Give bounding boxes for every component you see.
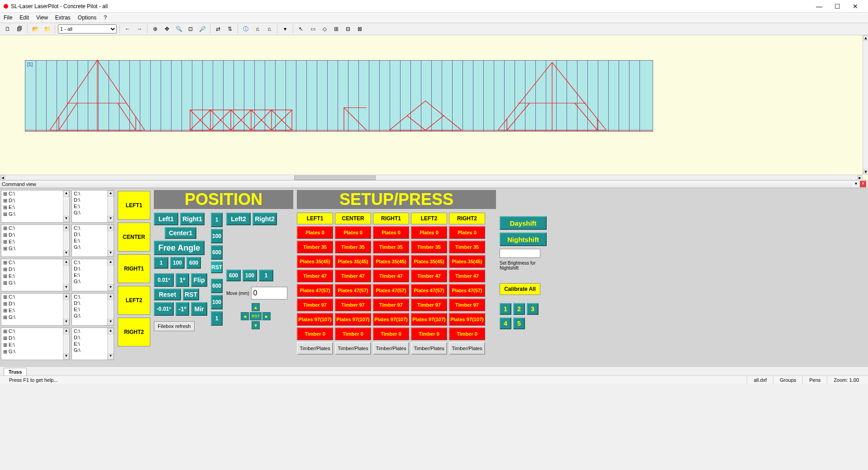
setup-button[interactable]: Plates 35(45): [449, 255, 485, 268]
rst2-button[interactable]: RST: [183, 289, 199, 300]
vflip-icon[interactable]: ⇅: [225, 24, 235, 34]
cursor-icon[interactable]: ↖: [296, 24, 306, 34]
timber-plates-button[interactable]: Timber/Plates: [373, 342, 409, 355]
copy-icon[interactable]: 🗐: [14, 24, 24, 34]
setup-button[interactable]: Plates 47(57): [411, 284, 447, 297]
file-tree-box[interactable]: ⊞ C:\⊞ D:\⊞ E:\⊞ G:\▲▼: [1, 190, 70, 223]
drawing-canvas[interactable]: [1] // vertical grid lines drawn after: [0, 35, 868, 180]
tree-row[interactable]: ⊞ C:\: [1, 225, 69, 232]
file-tree-box[interactable]: ⊞ C:\⊞ D:\⊞ E:\⊞ G:\▲▼: [1, 328, 70, 360]
setup-button[interactable]: Timber 47: [411, 270, 447, 282]
reset-button[interactable]: Reset: [154, 289, 181, 300]
calibrate-all-button[interactable]: Calibrate All: [500, 283, 540, 295]
scroll-down-icon[interactable]: ▼: [863, 169, 868, 175]
open2-icon[interactable]: 📁: [42, 24, 52, 34]
hflip-icon[interactable]: ⇄: [213, 24, 223, 34]
setup-button[interactable]: Plates 97(107): [373, 313, 409, 326]
pos-col-1-button[interactable]: 1: [211, 213, 223, 227]
select-poly-icon[interactable]: ◇: [320, 24, 329, 34]
scroll-up-icon[interactable]: ▲: [863, 35, 868, 41]
center1-button[interactable]: Center1: [165, 227, 196, 239]
setup-button[interactable]: Timber 0: [373, 328, 409, 340]
setup-button[interactable]: Timber 35: [373, 241, 409, 253]
setup-button[interactable]: Timber 0: [449, 328, 485, 340]
brightness-input[interactable]: [500, 249, 540, 258]
cal-2-button[interactable]: 2: [513, 303, 525, 315]
file-tree-box[interactable]: ⊞ C:\⊞ D:\⊞ E:\⊞ G:\▲▼: [1, 224, 70, 257]
left1-button[interactable]: Left1: [154, 213, 178, 225]
move-input[interactable]: [251, 287, 287, 299]
setup-button[interactable]: Plates 47(57): [335, 284, 371, 297]
tree-row[interactable]: ⊞ D:\: [1, 266, 69, 273]
open-icon[interactable]: 📂: [30, 24, 40, 34]
right2-button[interactable]: Right2: [253, 213, 277, 225]
setup-button[interactable]: Plates 97(107): [297, 313, 333, 326]
arrow-left-icon[interactable]: ←: [123, 24, 133, 34]
timber-plates-button[interactable]: Timber/Plates: [449, 342, 485, 355]
setup-button[interactable]: Timber 35: [411, 241, 447, 253]
tree-row[interactable]: ⊞ D:\: [1, 232, 69, 238]
channel-right2-button[interactable]: RIGHT2: [118, 318, 150, 347]
setup-button[interactable]: Plates 47(57): [297, 284, 333, 297]
scroll-left-icon[interactable]: ◄: [0, 175, 5, 180]
setup-button[interactable]: Timber 97: [297, 299, 333, 311]
scroll-right-icon[interactable]: ►: [857, 175, 863, 180]
pos-col2-100-button[interactable]: 100: [211, 295, 223, 309]
setup-button[interactable]: Plates 97(107): [335, 313, 371, 326]
menu-extras[interactable]: Extras: [55, 14, 71, 21]
arrow-right-button[interactable]: ►: [262, 312, 271, 320]
flip-button[interactable]: Flip: [191, 273, 207, 287]
setup-button[interactable]: Plates 97(107): [449, 313, 485, 326]
select-rect-icon[interactable]: ▭: [308, 24, 318, 34]
snap-c-icon[interactable]: ⊠: [355, 24, 365, 34]
setup-button[interactable]: Timber 0: [335, 328, 371, 340]
setup-button[interactable]: Timber 47: [335, 270, 371, 282]
horizontal-scrollbar[interactable]: ◄ ►: [0, 175, 863, 180]
channel-left2-button[interactable]: LEFT2: [118, 286, 150, 315]
pos-col2-1-button[interactable]: 1: [211, 311, 223, 326]
pos-col-100-button[interactable]: 100: [211, 229, 223, 243]
deg-neg-button[interactable]: -1º: [176, 302, 189, 316]
file-tree-box[interactable]: C:\ D:\ E:\ G:\▲▼: [72, 190, 114, 223]
setup-button[interactable]: Plates 0: [411, 226, 447, 239]
setup-button[interactable]: Timber 0: [297, 328, 333, 340]
setup-button[interactable]: Plates 97(107): [411, 313, 447, 326]
arrow-right-icon[interactable]: →: [134, 24, 144, 34]
tool-a-icon[interactable]: ⎌: [253, 24, 262, 34]
arrow-left-button[interactable]: ◄: [241, 312, 249, 320]
tree-row[interactable]: ⊞ D:\: [1, 197, 69, 204]
tab-truss[interactable]: Truss: [4, 368, 27, 375]
setup-button[interactable]: Timber 35: [297, 241, 333, 253]
channel-left1-button[interactable]: LEFT1: [118, 191, 150, 220]
command-pin-icon[interactable]: ▾: [853, 181, 859, 187]
right1-button[interactable]: Right1: [180, 213, 205, 225]
cal-5-button[interactable]: 5: [513, 318, 525, 329]
file-tree-box[interactable]: C:\ D:\ E:\ G:\▲▼: [72, 259, 114, 291]
minimize-button[interactable]: —: [810, 1, 828, 12]
timber-plates-button[interactable]: Timber/Plates: [411, 342, 447, 355]
timber-plates-button[interactable]: Timber/Plates: [335, 342, 371, 355]
menu-options[interactable]: Options: [78, 14, 96, 21]
rst-button[interactable]: RST: [211, 261, 223, 273]
tree-row[interactable]: ⊞ C:\: [1, 259, 69, 266]
setup-button[interactable]: Timber 47: [297, 270, 333, 282]
info-icon[interactable]: ⓘ: [241, 24, 251, 34]
tree-row[interactable]: ⊞ D:\: [1, 300, 69, 307]
tree-row[interactable]: ⊞ G:\: [1, 211, 69, 218]
new-icon[interactable]: 🗋: [3, 24, 13, 34]
tree-row[interactable]: ⊞ E:\: [1, 307, 69, 314]
pos-600a-button[interactable]: 600: [186, 257, 201, 269]
arrow-rst-button[interactable]: RST: [250, 312, 262, 320]
vertical-scrollbar[interactable]: ▲ ▼: [863, 35, 868, 175]
tree-row[interactable]: ⊞ E:\: [1, 238, 69, 245]
maximize-button[interactable]: ☐: [828, 1, 846, 12]
tree-row[interactable]: ⊞ E:\: [1, 342, 69, 348]
pos-1b-button[interactable]: 1: [259, 270, 273, 281]
pos-100a-button[interactable]: 100: [170, 257, 185, 269]
arrow-down-button[interactable]: ▼: [252, 321, 260, 329]
dayshift-button[interactable]: Dayshift: [500, 216, 547, 230]
target-icon[interactable]: ⊕: [150, 24, 160, 34]
setup-button[interactable]: Plates 35(45): [411, 255, 447, 268]
tree-row[interactable]: ⊞ G:\: [1, 245, 69, 252]
setup-button[interactable]: Timber 47: [373, 270, 409, 282]
